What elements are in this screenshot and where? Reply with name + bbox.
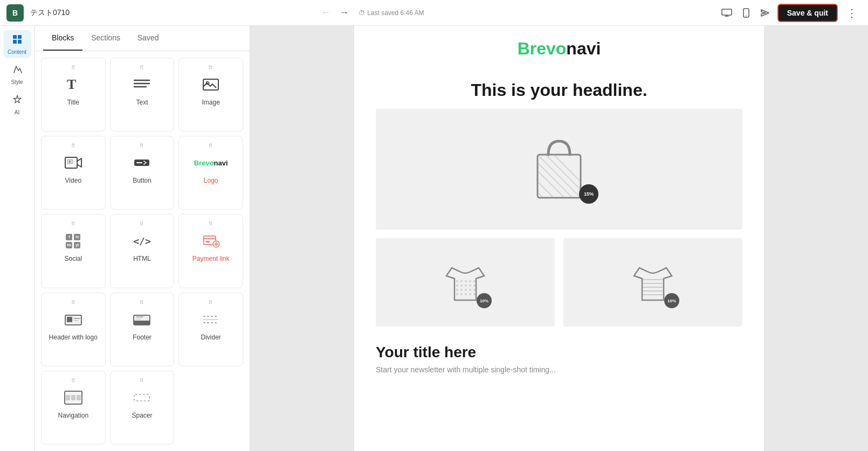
svg-rect-5: [13, 40, 17, 44]
save-quit-button[interactable]: Save & quit: [777, 4, 838, 22]
badge-10a: 10%: [477, 293, 492, 308]
svg-rect-19: [205, 241, 210, 242]
svg-line-44: [524, 168, 586, 206]
block-social[interactable]: ⠿ f in tw yt Social: [41, 214, 106, 288]
svg-point-49: [465, 280, 467, 282]
ai-icon: [12, 94, 23, 108]
svg-point-54: [465, 285, 467, 287]
footer-icon: [115, 310, 170, 329]
drag-handle: ⠿: [140, 65, 144, 71]
logo-brevo: Brevo: [518, 39, 567, 58]
app-logo: B: [6, 4, 24, 22]
main-layout: Content Style AI Blocks Sections Saved: [0, 26, 868, 451]
block-divider[interactable]: ⠿ Divider: [178, 293, 243, 366]
logo-navi: navi: [566, 39, 601, 58]
svg-point-51: [473, 280, 476, 282]
svg-rect-0: [722, 9, 732, 15]
block-divider-label: Divider: [201, 334, 221, 341]
drag-handle: ⠿: [71, 378, 75, 384]
svg-point-48: [460, 280, 463, 282]
block-navigation[interactable]: ⠿ Navigation: [41, 371, 106, 445]
email-hero: 15%: [376, 109, 742, 230]
svg-point-57: [456, 289, 458, 291]
svg-rect-4: [18, 35, 22, 39]
svg-point-60: [469, 289, 471, 291]
image-icon: [183, 75, 238, 94]
svg-text:T: T: [67, 77, 76, 92]
tab-saved[interactable]: Saved: [129, 26, 168, 51]
block-title-label: Title: [67, 99, 79, 106]
undo-redo: ← →: [318, 6, 352, 19]
redo-button[interactable]: →: [336, 6, 352, 19]
drag-handle: ⠿: [140, 221, 144, 227]
badge-10b: 10%: [664, 293, 679, 308]
topbar-actions: Save & quit ⋮: [718, 4, 862, 22]
block-header-logo-label: Header with logo: [49, 334, 98, 341]
block-spacer[interactable]: ⠿ Spacer: [110, 371, 175, 445]
email-headline: This is your headline.: [354, 72, 764, 109]
tab-blocks[interactable]: Blocks: [43, 26, 82, 51]
text-icon: [115, 75, 170, 94]
svg-point-62: [456, 293, 458, 295]
svg-point-52: [456, 285, 458, 287]
topbar: B テスト0710 ← → ⏱ Last saved 6:46 AM S: [0, 0, 868, 26]
sidebar-icons: Content Style AI: [0, 26, 35, 451]
block-button-label: Button: [133, 177, 151, 184]
block-video-label: Video: [65, 177, 81, 184]
drag-handle: ⠿: [71, 221, 75, 227]
svg-point-55: [469, 285, 471, 287]
tab-sections[interactable]: Sections: [82, 26, 129, 51]
svg-rect-36: [134, 394, 149, 401]
undo-button[interactable]: ←: [318, 6, 334, 19]
drag-handle: ⠿: [209, 300, 213, 306]
block-image-label: Image: [202, 99, 219, 106]
svg-point-65: [469, 293, 471, 295]
video-icon: [46, 153, 101, 172]
block-button[interactable]: ⠿ Button: [110, 136, 175, 210]
svg-point-2: [746, 15, 747, 16]
section-sub: Start your newsletter with multiple sing…: [354, 365, 764, 387]
blocks-tabs: Blocks Sections Saved: [35, 26, 250, 51]
svg-point-59: [465, 289, 467, 291]
divider-icon: [183, 310, 238, 329]
block-footer[interactable]: ⠿ Footer: [110, 293, 175, 366]
sidebar-item-content[interactable]: Content: [3, 30, 31, 58]
drag-handle: ⠿: [209, 65, 213, 71]
block-text[interactable]: ⠿ Text: [110, 58, 175, 131]
product-item-2: 10%: [563, 238, 742, 327]
section-title: Your title here: [354, 327, 764, 365]
sidebar-item-style[interactable]: Style: [3, 60, 31, 88]
svg-point-50: [469, 280, 471, 282]
last-saved-indicator: ⏱ Last saved 6:46 AM: [359, 9, 424, 17]
block-payment-label: Payment link: [192, 255, 230, 262]
button-icon: [115, 153, 170, 172]
send-button[interactable]: [757, 6, 773, 19]
svg-point-66: [473, 293, 476, 295]
block-title[interactable]: ⠿ T Title: [41, 58, 106, 131]
ai-label: AI: [15, 109, 19, 115]
drag-handle: ⠿: [71, 143, 75, 149]
sidebar-item-ai[interactable]: AI: [3, 91, 31, 119]
style-label: Style: [11, 79, 23, 85]
mobile-view-button[interactable]: [740, 6, 753, 20]
svg-point-64: [465, 293, 467, 295]
svg-rect-3: [13, 35, 17, 39]
desktop-view-button[interactable]: [718, 6, 735, 19]
block-payment[interactable]: ⠿ Payment link: [178, 214, 243, 288]
block-video[interactable]: ⠿ Video: [41, 136, 106, 210]
block-navigation-label: Navigation: [58, 412, 88, 419]
svg-point-58: [460, 289, 463, 291]
more-options-button[interactable]: ⋮: [842, 4, 862, 22]
email-logo: Brevonavi: [367, 39, 751, 59]
block-footer-label: Footer: [133, 334, 151, 341]
header-logo-icon: [46, 310, 101, 329]
block-spacer-label: Spacer: [132, 412, 152, 419]
block-logo[interactable]: ⠿ Brevonavi Logo: [178, 136, 243, 210]
product-2-image: 10%: [629, 254, 677, 310]
svg-rect-26: [134, 321, 150, 325]
block-image[interactable]: ⠿ Image: [178, 58, 243, 131]
svg-rect-6: [18, 40, 22, 44]
block-header-logo[interactable]: ⠿ Header with logo: [41, 293, 106, 366]
block-html[interactable]: ⠿ </> HTML: [110, 214, 175, 288]
logo-icon: Brevonavi: [183, 153, 238, 172]
